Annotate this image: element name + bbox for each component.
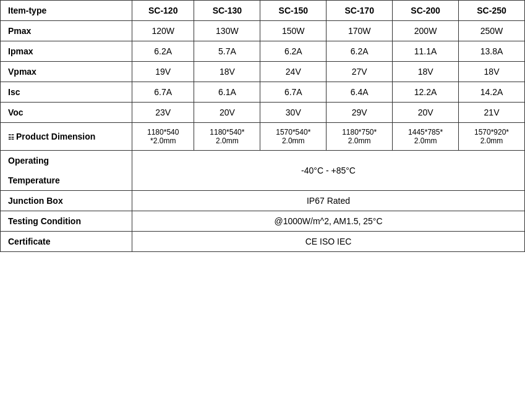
ipmax-label: Ipmax <box>1 41 132 62</box>
voc-sc200: 20V <box>393 103 459 123</box>
voc-row: Voc 23V 20V 30V 29V 20V 21V <box>1 103 525 123</box>
dimension-icon: ☷ <box>8 133 14 141</box>
voc-sc130: 20V <box>194 103 260 123</box>
ipmax-sc200: 11.1A <box>393 41 459 62</box>
certificate-label: Certificate <box>1 232 132 252</box>
testing-condition-row: Testing Condition @1000W/m^2, AM1.5, 25°… <box>1 211 525 232</box>
voc-sc250: 21V <box>459 103 525 123</box>
pmax-sc170: 170W <box>327 21 393 41</box>
ipmax-sc250: 13.8A <box>459 41 525 62</box>
isc-label: Isc <box>1 82 132 103</box>
vpmax-row: Vpmax 19V 18V 24V 27V 18V 18V <box>1 62 525 82</box>
junction-box-value: IP67 Rated <box>132 191 525 211</box>
header-sc130: SC-130 <box>194 1 260 21</box>
ipmax-row: Ipmax 6.2A 5.7A 6.2A 6.2A 11.1A 13.8A <box>1 41 525 62</box>
testing-condition-value: @1000W/m^2, AM1.5, 25°C <box>132 211 525 232</box>
operating-temp-value: -40°C - +85°C <box>132 151 525 191</box>
operating-temp-label: Operating Temperature <box>1 151 132 191</box>
vpmax-sc250: 18V <box>459 62 525 82</box>
vpmax-sc200: 18V <box>393 62 459 82</box>
dimension-sc250: 1570*920* 2.0mm <box>459 123 525 151</box>
header-sc250: SC-250 <box>459 1 525 21</box>
dimension-label: ☷Product Dimension <box>1 123 132 151</box>
pmax-sc120: 120W <box>132 21 194 41</box>
dimension-row: ☷Product Dimension 1180*540 *2.0mm 1180*… <box>1 123 525 151</box>
vpmax-label: Vpmax <box>1 62 132 82</box>
voc-sc120: 23V <box>132 103 194 123</box>
isc-sc130: 6.1A <box>194 82 260 103</box>
vpmax-sc150: 24V <box>260 62 327 82</box>
isc-sc170: 6.4A <box>327 82 393 103</box>
voc-label: Voc <box>1 103 132 123</box>
ipmax-sc120: 6.2A <box>132 41 194 62</box>
ipmax-sc130: 5.7A <box>194 41 260 62</box>
voc-sc170: 29V <box>327 103 393 123</box>
ipmax-sc170: 6.2A <box>327 41 393 62</box>
junction-box-row: Junction Box IP67 Rated <box>1 191 525 211</box>
operating-temp-row: Operating Temperature -40°C - +85°C <box>1 151 525 191</box>
pmax-row: Pmax 120W 130W 150W 170W 200W 250W <box>1 21 525 41</box>
isc-sc200: 12.2A <box>393 82 459 103</box>
dimension-sc120: 1180*540 *2.0mm <box>132 123 194 151</box>
header-item-type: Item-type <box>1 1 132 21</box>
dimension-sc200: 1445*785* 2.0mm <box>393 123 459 151</box>
isc-sc150: 6.7A <box>260 82 327 103</box>
header-sc150: SC-150 <box>260 1 327 21</box>
dimension-sc150: 1570*540* 2.0mm <box>260 123 327 151</box>
specs-table: Item-type SC-120 SC-130 SC-150 SC-170 SC… <box>0 0 525 252</box>
vpmax-sc170: 27V <box>327 62 393 82</box>
certificate-row: Certificate CE ISO IEC <box>1 232 525 252</box>
ipmax-sc150: 6.2A <box>260 41 327 62</box>
header-sc200: SC-200 <box>393 1 459 21</box>
dimension-sc170: 1180*750* 2.0mm <box>327 123 393 151</box>
header-sc170: SC-170 <box>327 1 393 21</box>
vpmax-sc120: 19V <box>132 62 194 82</box>
testing-condition-label: Testing Condition <box>1 211 132 232</box>
isc-sc120: 6.7A <box>132 82 194 103</box>
vpmax-sc130: 18V <box>194 62 260 82</box>
isc-sc250: 14.2A <box>459 82 525 103</box>
junction-box-label: Junction Box <box>1 191 132 211</box>
pmax-label: Pmax <box>1 21 132 41</box>
header-sc120: SC-120 <box>132 1 194 21</box>
certificate-value: CE ISO IEC <box>132 232 525 252</box>
dimension-sc130: 1180*540* 2.0mm <box>194 123 260 151</box>
pmax-sc200: 200W <box>393 21 459 41</box>
isc-row: Isc 6.7A 6.1A 6.7A 6.4A 12.2A 14.2A <box>1 82 525 103</box>
header-row: Item-type SC-120 SC-130 SC-150 SC-170 SC… <box>1 1 525 21</box>
voc-sc150: 30V <box>260 103 327 123</box>
pmax-sc130: 130W <box>194 21 260 41</box>
pmax-sc150: 150W <box>260 21 327 41</box>
pmax-sc250: 250W <box>459 21 525 41</box>
